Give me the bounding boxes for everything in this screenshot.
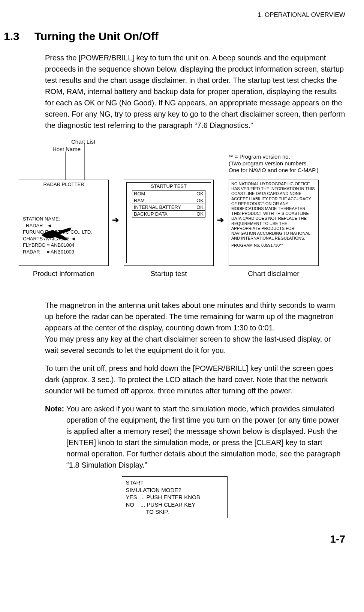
station-value: RADAR ◄ — [26, 222, 92, 229]
box2-title: STARTUP TEST — [127, 183, 211, 189]
caption-product-info: Product information — [19, 270, 109, 278]
test-row: INTERNAL BATTERYOK — [132, 204, 205, 211]
disclaimer-text: NO NATIONAL HYDROGRAPHIC OFFICE HAS VERI… — [229, 180, 318, 242]
test-row: RAMOK — [132, 197, 205, 204]
charts-available: CHARTS AVAILABLE ◄ — [23, 236, 92, 242]
anno-host-name: Host Name — [52, 146, 81, 152]
paragraph-intro: Press the [POWER/BRILL] key to turn the … — [45, 52, 345, 131]
sim-line: YES ... PUSH ENTER KNOB — [126, 494, 223, 501]
test-row: ROMOK — [132, 190, 205, 197]
simulation-prompt-box: START SIMULATION MODE? YES ... PUSH ENTE… — [122, 476, 228, 518]
anno-version-1: ** = Program version no. — [229, 153, 290, 160]
section-number: 1.3 — [4, 30, 19, 43]
section-title: Turning the Unit On/Off — [34, 30, 159, 43]
chapter-header: 1. OPERATIONAL OVERVIEW — [4, 11, 345, 19]
screen-startup-test: STARTUP TEST ROMOK RAMOK INTERNAL BATTER… — [124, 180, 214, 266]
paragraph-magnetron: The magnetron in the antenna unit takes … — [45, 300, 345, 333]
paragraph-off: To turn the unit off, press and hold dow… — [45, 363, 345, 396]
section-heading: 1.3 Turning the Unit On/Off — [4, 30, 345, 43]
chart-line-a: FLYBRDG = ANB01004 — [23, 242, 92, 249]
paragraph-anykey: You may press any key at the chart discl… — [45, 333, 345, 356]
page-number: 1-7 — [4, 533, 345, 545]
screen-chart-disclaimer: NO NATIONAL HYDROGRAPHIC OFFICE HAS VERI… — [229, 180, 319, 266]
chart-line-b: RADAR = ANB01003 — [23, 249, 92, 255]
arrow-icon: ➔ — [112, 215, 119, 225]
sim-line: SIMULATION MODE? — [126, 486, 223, 494]
sim-line: NO ... PUSH CLEAR KEY — [126, 501, 223, 508]
anno-version-2: (Two program version numbers. — [229, 160, 308, 166]
box1-title: RADAR PLOTTER — [19, 182, 108, 187]
station-label: STATION NAME: — [23, 216, 92, 222]
note-body: You are asked if you want to start the s… — [66, 403, 345, 471]
anno-version-3: One for NAVIO and one for C-MAP.) — [229, 167, 319, 173]
caption-startup-test: Startup test — [124, 270, 214, 278]
screen-product-info: RADAR PLOTTER STATION NAME: RADAR ◄ FURU… — [19, 180, 109, 266]
arrow-icon: ➔ — [217, 215, 224, 225]
test-row: BACKUP DATAOK — [132, 210, 205, 218]
caption-chart-disclaimer: Chart disclaimer — [229, 270, 319, 278]
company-line: FURUNO ELECTRIC CO., LTD. — [23, 229, 92, 236]
anno-chart-list: Chart List — [71, 138, 95, 145]
startup-diagram: Chart List Host Name ** = Program versio… — [4, 138, 345, 288]
sim-line: TO SKIP. — [126, 508, 223, 516]
note-label: Note: — [45, 403, 64, 471]
program-number: PROGRAM No. 03591730** — [229, 242, 318, 249]
sim-line: START — [126, 479, 223, 486]
note-block: Note: You are asked if you want to start… — [45, 403, 345, 471]
